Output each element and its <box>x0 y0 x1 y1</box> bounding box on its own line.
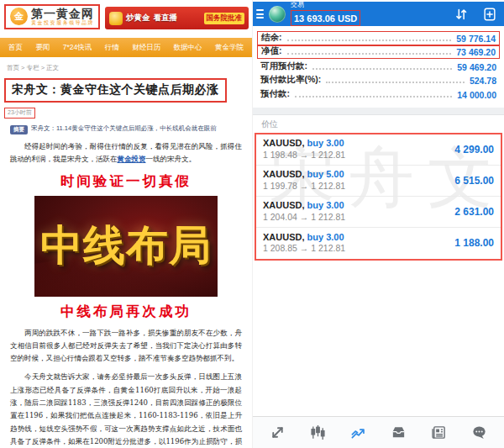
position-symbol: XAUUSD, <box>263 200 305 210</box>
account-value: 59 776.14 <box>456 34 496 44</box>
nav-item-flash[interactable]: 7*24快讯 <box>63 43 92 53</box>
paragraph-1-text-post: 一线的宋舟文。 <box>146 155 197 163</box>
breadcrumb[interactable]: 首页 > 专栏 > 正文 <box>0 57 252 74</box>
main-nav: 首页 要闻 7*24快讯 行情 财经日历 数据中心 黄金学院 <box>0 38 252 57</box>
account-label: 净值: <box>261 45 282 57</box>
mt4-app-icon <box>269 6 286 23</box>
mt4-header: 交易 13 693.06 USD <box>253 2 504 26</box>
account-row-margin-level: 预付款比率(%): 524.78 <box>257 73 500 87</box>
account-row-margin: 预付款: 14 000.00 <box>257 87 500 101</box>
site-title: 第一黄金网 <box>31 8 94 20</box>
position-row-4[interactable]: XAUUSD, buy 3.00 1 208.85 → 1 212.81 1 1… <box>256 228 501 259</box>
news-site-panel: 金 第一黄金网 黄金投资服务领导品牌 炒黄金 看直播 国务院批准 首页 要闻 7… <box>0 0 252 448</box>
article-image-title: 中线布局 <box>40 218 212 274</box>
site-header: 金 第一黄金网 黄金投资服务领导品牌 炒黄金 看直播 国务院批准 <box>0 0 252 36</box>
dotted-leader <box>295 96 452 98</box>
messages-tab-icon[interactable] <box>465 420 493 445</box>
position-symbol-line: XAUUSD, buy 3.00 <box>263 200 345 212</box>
positions-list: 宋舟文 XAUUSD, buy 3.00 1 198.48 → 1 212.81… <box>255 133 502 261</box>
account-value: 73 469.20 <box>456 47 496 57</box>
ad-text-1: 炒黄金 <box>126 13 150 24</box>
account-balance: 13 693.06 USD <box>294 13 357 24</box>
position-symbol-line: XAUUSD, buy 3.00 <box>263 232 345 244</box>
account-label: 预付款比率(%): <box>260 74 321 86</box>
article-title: 宋舟文：黄金守住这个关键点后期必涨 <box>12 82 219 98</box>
gold-invest-link[interactable]: 黄金投资 <box>118 155 146 163</box>
nav-item-quotes[interactable]: 行情 <box>105 43 119 53</box>
header-actions <box>454 7 497 22</box>
position-prices: 1 208.85 → 1 212.81 <box>263 243 345 254</box>
position-prices: 1 199.78 → 1 212.81 <box>263 181 345 192</box>
position-info: XAUUSD, buy 5.00 1 199.78 → 1 212.81 <box>263 169 345 192</box>
article-red-heading-1: 时间验证一切真假 <box>0 172 252 191</box>
account-row-balance: 结余: 59 776.14 <box>257 31 500 45</box>
positions-section-header: 价位 <box>253 115 504 133</box>
position-symbol-line: XAUUSD, buy 5.00 <box>263 169 345 181</box>
account-label: 结余: <box>261 32 282 44</box>
nav-item-home[interactable]: 首页 <box>8 43 23 53</box>
account-label: 预付款: <box>260 88 290 100</box>
nav-item-data-center[interactable]: 数据中心 <box>174 43 202 53</box>
gold-mascot-icon <box>109 12 123 25</box>
position-side: buy 5.00 <box>307 169 344 179</box>
history-tab-icon[interactable] <box>384 420 412 445</box>
new-order-icon[interactable] <box>482 7 497 22</box>
position-profit: 2 631.00 <box>454 206 494 218</box>
position-symbol: XAUUSD, <box>263 169 305 179</box>
article-title-box: 宋舟文：黄金守住这个关键点后期必涨 <box>4 78 227 103</box>
news-tab-icon[interactable] <box>424 420 453 445</box>
site-logo[interactable]: 金 第一黄金网 黄金投资服务领导品牌 <box>4 4 100 29</box>
dotted-leader <box>287 53 452 55</box>
position-row-3[interactable]: XAUUSD, buy 3.00 1 204.04 → 1 212.81 2 6… <box>256 197 501 228</box>
account-label: 可用预付款: <box>260 61 307 72</box>
account-summary: 结余: 59 776.14 净值: 73 469.20 可用预付款: 59 46… <box>253 26 504 101</box>
account-row-free-margin: 可用预付款: 59 469.20 <box>257 59 500 73</box>
account-value: 59 469.20 <box>457 62 496 72</box>
charts-tab-icon[interactable] <box>304 420 333 445</box>
position-side: buy 3.00 <box>307 138 344 148</box>
dotted-leader <box>326 82 465 83</box>
position-side: buy 3.00 <box>307 232 344 242</box>
position-symbol: XAUUSD, <box>263 232 305 242</box>
position-row-2[interactable]: XAUUSD, buy 5.00 1 199.78 → 1 212.81 6 5… <box>256 166 501 197</box>
gold-coin-icon: 金 <box>10 8 28 25</box>
trade-tab-icon[interactable] <box>344 420 373 445</box>
menu-icon[interactable] <box>256 9 264 18</box>
nav-item-news[interactable]: 要闻 <box>35 43 50 53</box>
account-row-equity: 净值: 73 469.20 <box>257 45 500 60</box>
article-paragraph-1: 经得起时间的考验，耐得住行情的反复，看得见潜在的风险，抓得住跳动的利润，我是宋舟… <box>10 140 242 166</box>
ad-text-2: 看直播 <box>154 13 178 24</box>
bottom-toolbar <box>253 416 504 448</box>
dotted-leader <box>287 40 452 41</box>
position-info: XAUUSD, buy 3.00 1 198.48 → 1 212.81 <box>263 138 345 161</box>
dotted-leader <box>312 68 452 70</box>
position-profit: 1 188.00 <box>454 237 494 249</box>
sort-icon[interactable] <box>454 7 469 22</box>
article-summary: 摘要 宋舟文：11.14黄金守住这个关键点后期必涨，中长线机会就在眼前 <box>10 124 244 134</box>
position-prices: 1 198.48 → 1 212.81 <box>263 150 345 161</box>
position-prices: 1 204.04 → 1 212.81 <box>263 212 345 223</box>
article-red-heading-2: 中线布局再次成功 <box>0 303 252 321</box>
position-row-1[interactable]: XAUUSD, buy 3.00 1 198.48 → 1 212.81 4 2… <box>256 134 501 166</box>
mt4-trade-panel: 交易 13 693.06 USD 结余: 59 776.14 <box>252 0 504 448</box>
position-info: XAUUSD, buy 3.00 1 204.04 → 1 212.81 <box>263 200 345 223</box>
position-profit: 6 515.00 <box>454 175 494 187</box>
position-symbol: XAUUSD, <box>263 138 305 148</box>
quotes-tab-icon[interactable] <box>264 420 292 445</box>
screen: 金 第一黄金网 黄金投资服务领导品牌 炒黄金 看直播 国务院批准 首页 要闻 7… <box>0 0 504 448</box>
screen-title: 交易 <box>291 2 360 8</box>
logo-texts: 第一黄金网 黄金投资服务领导品牌 <box>31 8 94 25</box>
account-value: 524.78 <box>470 76 496 86</box>
summary-text: 宋舟文：11.14黄金守住这个关键点后期必涨，中长线机会就在眼前 <box>31 124 217 133</box>
article-image: 中线布局 <box>34 196 218 297</box>
nav-item-academy[interactable]: 黄金学院 <box>215 43 244 53</box>
article-paragraph-3: 今天舟文就告诉大家，请务必坚持最后一次多头反弹，日线图上五浪上涨形态已经具备了反… <box>10 371 242 448</box>
ad-banner[interactable]: 炒黄金 看直播 国务院批准 <box>105 7 249 29</box>
nav-item-calendar[interactable]: 财经日历 <box>132 43 160 53</box>
article-time: 23小时前 <box>4 108 35 119</box>
section-divider <box>253 108 504 115</box>
position-side: buy 3.00 <box>307 200 344 210</box>
account-value: 14 000.00 <box>457 90 496 100</box>
position-profit: 4 299.00 <box>454 144 494 155</box>
ad-approval-badge: 国务院批准 <box>204 13 245 24</box>
